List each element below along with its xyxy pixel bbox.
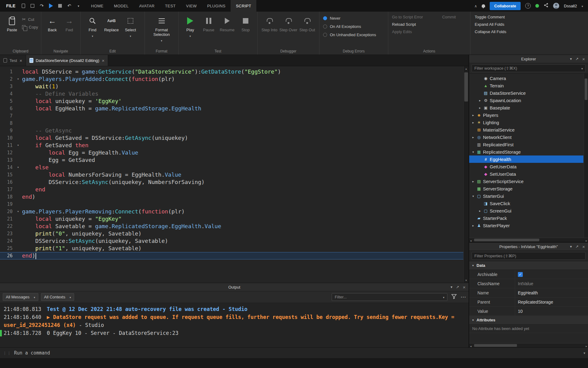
collapse-all-folds-button[interactable]: Collapse All Folds (475, 29, 516, 34)
line-number[interactable]: 26 (0, 252, 14, 259)
apply-edits-button[interactable]: Apply Edits (392, 29, 434, 34)
code-line[interactable]: 26end) (0, 252, 469, 259)
line-number[interactable]: 16 (0, 178, 14, 186)
tree-expand-arrow-icon[interactable]: ▸ (470, 224, 476, 227)
line-number[interactable]: 12 (0, 149, 14, 156)
play-dropdown-icon[interactable] (190, 33, 191, 38)
resume-button[interactable]: Resume (218, 14, 236, 32)
explorer-item[interactable]: ▸▤ServerScriptService (469, 178, 583, 185)
explorer-item[interactable]: ▸⚙SpawnLocation (469, 97, 583, 104)
menu-tab-plugins[interactable]: PLUGINS (202, 0, 231, 12)
code-line[interactable]: 10 local GetSaved = DSService:GetAsync(u… (0, 134, 469, 142)
property-row[interactable]: ClassNameIntValue (469, 279, 588, 288)
code-line[interactable]: 24 DSService:SetAsync(uniquekey, Savetab… (0, 237, 469, 245)
find-dropdown-icon[interactable] (92, 33, 93, 38)
menu-tab-script[interactable]: SCRIPT (231, 0, 256, 12)
forward-button[interactable]: Fwd (61, 14, 78, 32)
code-line[interactable]: 9 -- GetAsync (0, 127, 469, 134)
editor-tab[interactable]: Test (0, 55, 26, 66)
radio-button-icon[interactable] (323, 16, 327, 20)
output-more-options-icon[interactable] (461, 294, 466, 300)
select-button[interactable]: Select (121, 14, 140, 38)
code-line[interactable]: 13 Egg = GetSaved (0, 156, 469, 164)
find-button[interactable]: Find (83, 14, 102, 38)
explorer-filter-input[interactable]: Filter workspace (⇧⌘X) (472, 64, 586, 72)
menu-tab-test[interactable]: TEST (160, 0, 181, 12)
line-number[interactable]: 3 (0, 83, 14, 90)
line-number[interactable]: 24 (0, 237, 14, 245)
format-selection-button[interactable]: Format Selection (148, 14, 176, 43)
explorer-item[interactable]: #EggHealth (469, 155, 583, 163)
property-row[interactable]: NameEggHealth (469, 288, 588, 297)
property-value[interactable]: ✓ (515, 270, 588, 279)
line-number[interactable]: 10 (0, 134, 14, 142)
explorer-undock-icon[interactable] (575, 56, 579, 62)
tree-expand-arrow-icon[interactable]: ▸ (477, 106, 483, 109)
properties-close-icon[interactable] (582, 244, 585, 249)
user-avatar[interactable] (553, 3, 559, 9)
output-message[interactable]: 21:48:18.7280 EggKey 10 - Server - DataS… (4, 329, 465, 337)
copy-button[interactable]: Copy (22, 25, 38, 29)
property-row[interactable]: Value10 (469, 307, 588, 316)
line-number[interactable]: 21 (0, 215, 14, 223)
code-line[interactable]: 20▾game.Players.PlayerRemoving:Connect(f… (0, 208, 469, 215)
line-number[interactable]: 23 (0, 230, 14, 237)
code-line[interactable]: 17 end (0, 186, 469, 193)
explorer-close-icon[interactable] (582, 56, 585, 62)
radio-button-icon[interactable] (323, 25, 327, 29)
collaborate-button[interactable]: Collaborate (490, 2, 521, 10)
expand-all-folds-button[interactable]: Expand All Folds (475, 22, 516, 27)
property-section-header[interactable]: ▾Attributes (469, 316, 588, 324)
undo-button[interactable] (65, 2, 74, 10)
radio-button-icon[interactable] (323, 33, 327, 37)
explorer-vertical-scrollbar[interactable] (584, 74, 588, 238)
select-dropdown-icon[interactable] (130, 33, 131, 38)
code-line[interactable]: 11▾ if GetSaved then (0, 142, 469, 149)
explorer-item[interactable]: ▸▢ScreenGui (469, 207, 583, 214)
line-number[interactable]: 11 (0, 142, 14, 149)
line-number[interactable]: 15 (0, 171, 14, 178)
step-over-button[interactable]: Step Over (279, 14, 298, 32)
scroll-up-arrow-icon[interactable] (464, 67, 469, 70)
code-line[interactable]: 12 local Egg = EggHealth.Value (0, 149, 469, 156)
property-row[interactable]: ParentReplicatedStorage (469, 297, 588, 307)
properties-collapse-icon[interactable] (570, 244, 572, 249)
tree-expand-arrow-icon[interactable]: ▸ (470, 180, 476, 183)
code-line[interactable]: 8 (0, 120, 469, 127)
messages-filter-dropdown[interactable]: All Messages (3, 293, 38, 301)
code-line[interactable]: 6 local EggHealth = game.ReplicatedStora… (0, 105, 469, 112)
line-number[interactable]: 20 (0, 208, 14, 215)
menu-tab-home[interactable]: HOME (86, 0, 109, 12)
explorer-collapse-icon[interactable] (570, 56, 572, 62)
menu-tab-view[interactable]: VIEW (181, 0, 202, 12)
step-into-button[interactable]: Step Into (260, 14, 279, 32)
line-number[interactable]: 25 (0, 245, 14, 252)
explorer-item[interactable]: ◉Camera (469, 75, 583, 82)
notifications-bell-icon[interactable] (482, 4, 485, 7)
code-line[interactable]: 14▾ else (0, 164, 469, 171)
new-file-button[interactable] (19, 2, 28, 10)
scroll-left-arrow-icon[interactable] (470, 237, 472, 243)
editor-vertical-scrollbar[interactable] (463, 66, 469, 283)
explorer-item[interactable]: ⊞MaterialService (469, 126, 583, 133)
property-value[interactable]: EggHealth (515, 288, 588, 297)
scroll-right-arrow-icon[interactable] (586, 343, 587, 348)
code-line[interactable]: 19 (0, 201, 469, 208)
replace-button[interactable]: Replace (102, 14, 121, 32)
output-close-icon[interactable] (463, 285, 466, 290)
code-line[interactable]: 16 DSService:SetAsync(uniquekey, Numbers… (0, 178, 469, 186)
line-number[interactable]: 2 (0, 75, 14, 83)
properties-undock-icon[interactable] (575, 244, 579, 249)
tree-expand-arrow-icon[interactable]: ▸ (477, 99, 483, 102)
tree-collapse-arrow-icon[interactable]: ▾ (470, 150, 476, 154)
format-selection-dropdown-icon[interactable] (161, 38, 162, 43)
step-out-button[interactable]: Step Out (298, 14, 317, 32)
explorer-item[interactable]: ◨SaveClick (469, 200, 583, 207)
line-number[interactable]: 22 (0, 223, 14, 230)
property-row[interactable]: Archivable✓ (469, 270, 588, 279)
fold-collapse-arrow[interactable]: ▾ (14, 208, 22, 215)
go-to-script-error-button[interactable]: Go to Script Error (392, 15, 434, 19)
collapse-ribbon-icon[interactable] (474, 3, 477, 9)
share-icon[interactable] (544, 3, 548, 9)
commit-button[interactable]: Commit (442, 15, 466, 19)
